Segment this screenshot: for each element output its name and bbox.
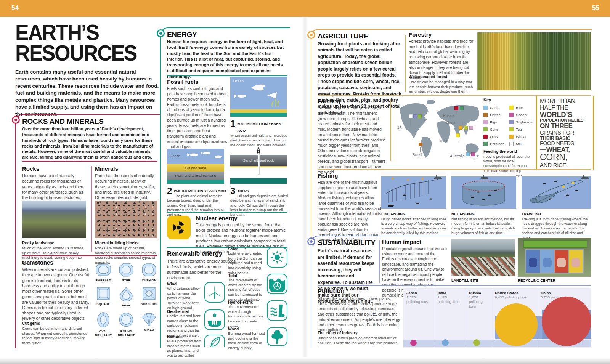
divider <box>167 212 287 213</box>
gemstones-heading: Gemstones <box>22 259 53 266</box>
page-number-left: 54 <box>11 4 19 12</box>
chart-col-india: India 1,425 polluting tons <box>438 291 461 304</box>
key-swatch <box>483 106 488 110</box>
mineral-closeup-photo <box>95 201 157 238</box>
key-swatch <box>509 106 514 110</box>
section-marker-icon <box>157 29 165 37</box>
key-swatch <box>509 127 514 131</box>
map-label-us: US <box>396 126 402 130</box>
column-divider <box>379 240 380 283</box>
renewable-intro: There are alternative energy sources to … <box>167 258 238 281</box>
bubble-china <box>542 297 591 346</box>
divider <box>167 75 287 76</box>
net-fishing-caption: Net fishing is an ancient method, but it… <box>451 217 517 235</box>
line-fishing-caption: Using baited hooks attached to long line… <box>381 217 447 235</box>
renewable-heading: Renewable energy <box>167 250 222 257</box>
renewable-item-solar: Solar Light energy created from the Sun … <box>228 247 265 275</box>
geothermal-icon <box>204 309 225 330</box>
forestry-caption: Forests can be managed in a way that let… <box>409 80 474 94</box>
agriculture-heading: AGRICULTURE <box>318 32 369 40</box>
recycling-caption: RECYCLING CENTER <box>518 278 555 282</box>
tidal-turbine-icon <box>267 274 287 294</box>
key-swatch <box>509 120 514 124</box>
map-marker-oats <box>454 106 458 110</box>
map-marker-tea <box>464 126 468 130</box>
landfill-photo <box>451 239 515 276</box>
key-swatch <box>509 135 514 139</box>
cut-gems-caption: Gems can be cut into many different shap… <box>22 326 91 346</box>
human-impact-heading: Human impact <box>382 239 421 245</box>
line-fishing-title: LINE FISHING <box>381 212 405 216</box>
key-swatch <box>483 135 488 139</box>
map-label-china: China <box>445 120 455 125</box>
page-gutter <box>302 17 308 357</box>
solar-sun-icon <box>267 247 287 268</box>
energy-intro: Human life requires energy in the form o… <box>167 39 284 80</box>
map-label-india: India <box>439 138 448 143</box>
gem-cushion-cut-icon: CUSHION <box>139 262 159 282</box>
map-label-russia: Russia <box>443 114 455 118</box>
net-fishing-title: NET FISHING <box>451 212 475 216</box>
fishing-body: Fish are one of the most nutritious supp… <box>318 180 382 243</box>
bubble-united-states <box>495 303 538 346</box>
book-spread: 54 55 EARTH’S RESOURCES Earth contains m… <box>0 0 610 364</box>
page-title: EARTH’S RESOURCES <box>15 22 166 63</box>
renewable-item-tidal: Tidal The movement of water created by t… <box>228 274 265 302</box>
map-key-col-2: Rice Sheep Soybeans Tea Wheat Milk <box>509 104 536 148</box>
minerals-caption-title: Mineral building blocks <box>95 241 138 245</box>
farming-body: Farming began 10,000 years ago, in the M… <box>318 106 386 175</box>
column-divider <box>390 100 391 161</box>
rocky-landscape-photo <box>22 201 86 238</box>
forestry-caption-title: Well-managed forest <box>409 75 447 79</box>
hydroelectric-dam-icon <box>267 300 287 321</box>
feeding-caption-title: Feeding the world <box>483 149 517 154</box>
forestry-heading: Forestry <box>409 31 432 38</box>
drill-pipe <box>258 154 260 175</box>
map-key-title: Key <box>483 98 491 102</box>
radiation-icon <box>167 216 191 239</box>
recycling-photo <box>518 238 591 277</box>
rocks-heading: Rocks <box>22 165 39 172</box>
map-marker-rice <box>456 133 460 137</box>
key-swatch <box>483 142 488 146</box>
key-swatch <box>483 127 488 131</box>
map-marker-cattle <box>466 152 470 156</box>
map-marker-sheep <box>471 152 475 156</box>
renewable-item-wood: Wood Burning wood for heat and cooking i… <box>228 327 265 351</box>
agriculture-intro: Growing food plants and looking after an… <box>318 41 402 116</box>
page-intro: Earth contains many useful and essential… <box>15 69 160 118</box>
wind-turbine-icon <box>204 282 225 303</box>
map-marker-corn <box>418 114 422 118</box>
cut-gems-caption-title: Cut gems <box>22 321 40 326</box>
gem-square-cut-icon: SQUARE <box>93 286 114 307</box>
gem-emerald-cut-icon: EMERALD <box>93 262 114 282</box>
forest-photo <box>477 32 591 90</box>
map-marker-potatoes <box>460 106 464 110</box>
rocks-minerals-heading: ROCKS AND MINERALS <box>22 117 103 126</box>
gem-mixed-cut-icon: MIXED <box>139 311 159 337</box>
pollution-bubble-chart: Japan 1,375 polluting tons India 1,425 p… <box>403 288 591 348</box>
key-swatch <box>483 113 488 117</box>
key-swatch <box>509 142 514 146</box>
section-marker-icon <box>307 237 315 245</box>
divider <box>22 161 157 162</box>
fossil-fuels-heading: Fossil fuels <box>167 79 199 85</box>
renewable-item-wind: Wind Wind turbines allow us to harness t… <box>167 282 202 310</box>
sustainability-heading: SUSTAINABILITY <box>318 239 376 247</box>
chart-col-united-states: United States 6,430 polluting tons <box>495 291 537 300</box>
bubble-india <box>442 339 449 346</box>
fossil-diagram-2: Ocean Silt and sand Plant and animal rem… <box>167 149 224 184</box>
bubble-russia <box>473 339 480 346</box>
sea-creatures-illustration <box>230 81 287 107</box>
map-key-col-1: Cattle Coffee Pigs Corn Oats Potatoes <box>483 104 510 148</box>
map-marker-soybeans <box>413 114 417 118</box>
wood-tree-icon <box>267 327 287 346</box>
page-number-right: 55 <box>592 4 599 12</box>
key-swatch <box>509 113 514 117</box>
pollution-body: All over the world, factories, power pla… <box>318 296 401 333</box>
effect-of-industry-caption: Different countries produce different am… <box>318 336 407 345</box>
trawling-diagram <box>522 172 591 209</box>
gemstones-body: When minerals are cut and polished, they… <box>22 267 90 321</box>
column-divider <box>91 166 92 252</box>
map-marker-coffee <box>419 143 422 146</box>
